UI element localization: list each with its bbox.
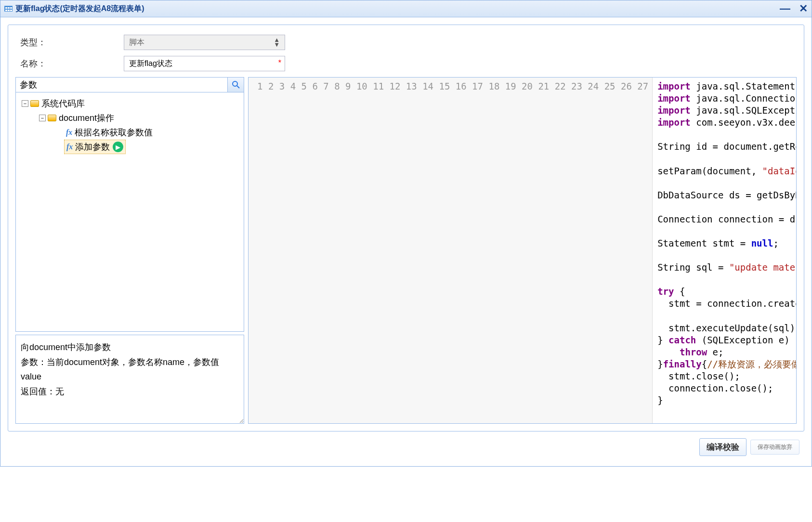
grid-icon [4, 6, 13, 12]
insert-arrow-icon[interactable]: ▶ [113, 142, 123, 152]
tree-folder-document[interactable]: − document操作 [19, 111, 241, 125]
code-content[interactable]: import java.sql.Statement; import java.s… [653, 78, 796, 423]
save-button[interactable]: 保存动画放弃 [750, 440, 799, 455]
type-label: 类型： [15, 37, 124, 48]
type-select[interactable]: 脚本 ▲▼ [124, 35, 285, 50]
tree-label: 添加参数 [75, 141, 110, 153]
compile-button[interactable]: 编译校验 [699, 438, 747, 456]
code-library-tree: − 系统代码库 − document操作 fx 根据名称获取参数值 [15, 92, 244, 332]
fx-icon: fx [66, 128, 72, 137]
close-button[interactable]: ✕ [799, 2, 808, 15]
code-editor[interactable]: 1 2 3 4 5 6 7 8 9 10 11 12 13 14 15 16 1… [248, 77, 797, 424]
folder-icon [48, 115, 56, 121]
svg-point-0 [233, 81, 237, 86]
window-title: 更新flag状态(定时器发起A8流程表单) [15, 4, 144, 14]
dialog-window: 更新flag状态(定时器发起A8流程表单) — ✕ 类型： 脚本 ▲▼ 名称： … [0, 0, 812, 467]
required-star-icon: * [278, 59, 281, 67]
name-input[interactable] [124, 56, 285, 71]
description-box[interactable]: 向document中添加参数 参数：当前document对象，参数名称name，… [15, 335, 244, 424]
name-label: 名称： [15, 58, 124, 69]
fx-icon: fx [66, 143, 73, 151]
tree-root[interactable]: − 系统代码库 [19, 96, 241, 111]
collapse-icon[interactable]: − [39, 115, 46, 121]
tree-label: 系统代码库 [41, 98, 85, 109]
folder-icon [30, 100, 39, 107]
search-button[interactable] [227, 78, 244, 92]
tree-label: 根据名称获取参数值 [75, 127, 153, 138]
tree-label: document操作 [59, 112, 114, 124]
collapse-icon[interactable]: − [22, 100, 28, 107]
type-value: 脚本 [129, 38, 144, 48]
search-icon [231, 80, 241, 90]
select-arrows-icon: ▲▼ [274, 38, 280, 48]
tree-item-get-param[interactable]: fx 根据名称获取参数值 [19, 125, 241, 140]
param-search-input[interactable] [16, 78, 227, 92]
svg-line-1 [237, 86, 239, 88]
titlebar: 更新flag状态(定时器发起A8流程表单) — ✕ [0, 0, 812, 17]
line-gutter: 1 2 3 4 5 6 7 8 9 10 11 12 13 14 15 16 1… [249, 78, 653, 423]
inner-panel: 类型： 脚本 ▲▼ 名称： * [8, 25, 804, 431]
tree-item-add-param[interactable]: fx 添加参数 ▶ [64, 140, 126, 154]
minimize-button[interactable]: — [780, 2, 790, 15]
